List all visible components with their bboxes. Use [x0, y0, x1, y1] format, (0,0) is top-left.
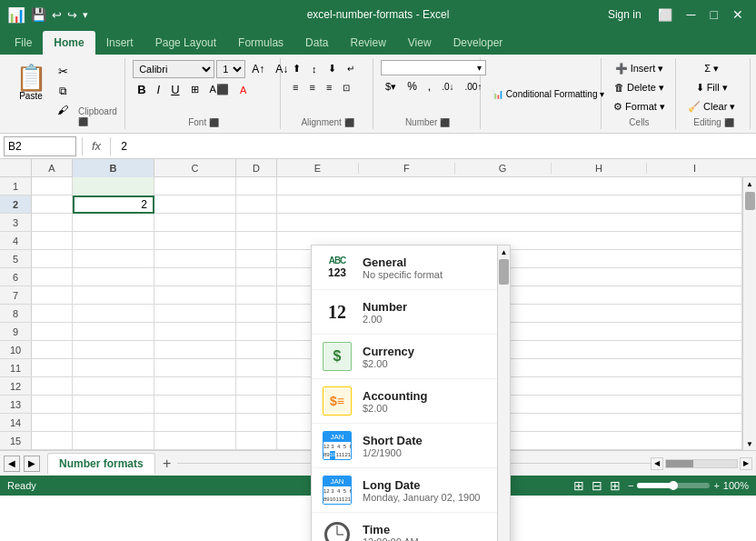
zoom-level-label[interactable]: 100% [723, 480, 749, 491]
tab-formulas[interactable]: Formulas [227, 31, 294, 55]
zoom-slider-thumb[interactable] [669, 481, 678, 490]
align-center-button[interactable]: ≡ [304, 79, 319, 95]
cell-a12[interactable] [32, 377, 73, 396]
number-format-dropdown-button[interactable]: ▾ [477, 63, 482, 73]
row-header-13[interactable]: 13 [0, 396, 32, 413]
cell-b9[interactable] [73, 323, 154, 341]
tab-page-layout[interactable]: Page Layout [144, 31, 227, 55]
quick-redo[interactable]: ↪ [67, 8, 77, 22]
cell-c2[interactable] [154, 195, 236, 214]
cell-c8[interactable] [154, 305, 236, 323]
cell-b13[interactable] [73, 396, 154, 414]
row-header-5[interactable]: 5 [0, 250, 32, 267]
col-header-a[interactable]: A [32, 159, 73, 177]
cell-d15[interactable] [236, 432, 277, 450]
row-header-14[interactable]: 14 [0, 414, 32, 431]
insert-button[interactable]: ➕ Insert ▾ [611, 60, 669, 77]
cell-d6[interactable] [236, 268, 277, 286]
col-header-g[interactable]: G [455, 163, 552, 174]
row-header-7[interactable]: 7 [0, 286, 32, 304]
tab-home[interactable]: Home [43, 31, 94, 55]
sheet-tab-number-formats[interactable]: Number formats [47, 453, 155, 475]
cell-b3[interactable] [73, 214, 154, 232]
autosum-button[interactable]: Σ ▾ [700, 60, 723, 77]
align-left-button[interactable]: ≡ [288, 79, 303, 95]
cell-c11[interactable] [154, 359, 236, 377]
col-header-i[interactable]: I [647, 163, 742, 174]
scroll-sheets-right[interactable]: ▶ [24, 456, 40, 472]
cell-b7[interactable] [73, 286, 154, 305]
cell-b11[interactable] [73, 359, 154, 377]
zoom-out-button[interactable]: − [628, 480, 633, 491]
tab-insert[interactable]: Insert [95, 31, 144, 55]
cell-d10[interactable] [236, 341, 277, 359]
italic-button[interactable]: I [153, 80, 165, 99]
cell-b4[interactable] [73, 232, 154, 250]
font-family-selector[interactable]: Calibri [133, 60, 214, 78]
align-top-button[interactable]: ⬆ [288, 60, 305, 77]
fill-button[interactable]: ⬇ Fill ▾ [691, 79, 732, 96]
row-header-15[interactable]: 15 [0, 432, 32, 449]
cell-c3[interactable] [154, 214, 236, 232]
align-right-button[interactable]: ≡ [322, 79, 336, 95]
dropdown-scrollbar[interactable]: ▲ ▼ [497, 245, 510, 541]
cell-a10[interactable] [32, 341, 73, 359]
cell-d8[interactable] [236, 305, 277, 323]
scroll-thumb[interactable] [745, 192, 755, 210]
row-header-6[interactable]: 6 [0, 268, 32, 286]
format-item-general[interactable]: ABC 123 General No specific format [312, 245, 510, 290]
tab-view[interactable]: View [397, 31, 443, 55]
dropdown-scroll-thumb[interactable] [499, 259, 509, 285]
cell-c7[interactable] [154, 286, 236, 305]
cell-d1[interactable] [236, 177, 277, 195]
border-button[interactable]: ⊞ [186, 81, 204, 98]
col-header-e[interactable]: E [277, 163, 359, 174]
cell-mode-icon[interactable]: ⊞ [573, 478, 584, 493]
page-layout-icon[interactable]: ⊟ [592, 478, 602, 493]
format-button[interactable]: ⚙ Format ▾ [609, 98, 670, 115]
increase-font-button[interactable]: A↑ [247, 60, 269, 78]
row-header-2[interactable]: 2 [0, 195, 32, 213]
sign-in-button[interactable]: Sign in [601, 6, 649, 23]
cell-c10[interactable] [154, 341, 236, 359]
quick-undo[interactable]: ↩ [52, 8, 62, 22]
bold-button[interactable]: B [133, 80, 150, 99]
cell-a5[interactable] [32, 250, 73, 268]
tab-data[interactable]: Data [294, 31, 339, 55]
zoom-in-button[interactable]: + [713, 480, 719, 491]
cell-d4[interactable] [236, 232, 277, 250]
row-header-12[interactable]: 12 [0, 377, 32, 395]
cell-c5[interactable] [154, 250, 236, 268]
cell-c6[interactable] [154, 268, 236, 286]
minimize-button[interactable]: ─ [681, 5, 701, 24]
format-item-long-date[interactable]: JAN 1234567 891011121314 Long Date Monda… [312, 468, 510, 513]
cell-a6[interactable] [32, 268, 73, 286]
ribbon-toggle[interactable]: ⬜ [652, 6, 678, 24]
col-header-d[interactable]: D [236, 159, 277, 177]
cell-a1[interactable] [32, 177, 73, 195]
percent-format-button[interactable]: % [403, 77, 422, 95]
accounting-format-button[interactable]: $▾ [381, 77, 401, 95]
name-box[interactable] [4, 136, 76, 156]
tab-review[interactable]: Review [339, 31, 396, 55]
page-break-icon[interactable]: ⊞ [610, 478, 621, 493]
col-header-b[interactable]: B [73, 159, 154, 177]
cell-a14[interactable] [32, 414, 73, 432]
cell-d11[interactable] [236, 359, 277, 377]
scroll-up-button[interactable]: ▲ [744, 177, 756, 190]
cell-b10[interactable] [73, 341, 154, 359]
copy-button[interactable]: ⧉ [53, 82, 73, 100]
zoom-control[interactable]: − + 100% [628, 480, 749, 491]
cell-a11[interactable] [32, 359, 73, 377]
formula-input[interactable] [116, 136, 752, 156]
wrap-text-button[interactable]: ↵ [343, 60, 359, 77]
delete-button[interactable]: 🗑 Delete ▾ [610, 79, 669, 96]
fill-color-button[interactable]: A⬛ [205, 81, 234, 98]
format-item-short-date[interactable]: JAN 1234567 891011121314 Short Date 1/2/… [312, 424, 510, 468]
format-item-currency[interactable]: $ Currency $2.00 [312, 335, 510, 379]
cell-b6[interactable] [73, 268, 154, 286]
cell-b1[interactable] [73, 177, 154, 195]
align-middle-button[interactable]: ↕ [307, 60, 322, 77]
row-header-4[interactable]: 4 [0, 232, 32, 249]
cell-b15[interactable] [73, 432, 154, 450]
